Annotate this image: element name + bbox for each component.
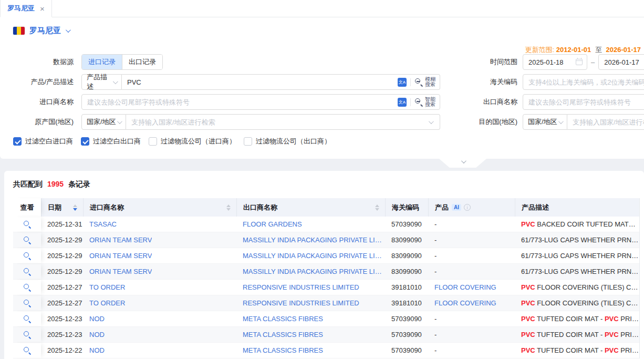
- sort-icons[interactable]: [226, 204, 231, 211]
- importer-input[interactable]: [82, 95, 398, 109]
- description-segment: TUFTED COIR MAT -: [535, 331, 605, 339]
- filter-blank-importer-checkbox[interactable]: 过滤空白进口商: [13, 137, 73, 146]
- product-input[interactable]: [122, 75, 398, 89]
- importer-link[interactable]: ORIAN TEAM SERV: [89, 252, 152, 260]
- exporter-link[interactable]: FLOOR GARDENS: [243, 220, 302, 228]
- country-selector[interactable]: 罗马尼亚: [13, 24, 69, 37]
- tab-romania[interactable]: 罗马尼亚 ×: [0, 0, 52, 17]
- filter-logistics-exporter-checkbox[interactable]: 过滤物流公司（出口商）: [244, 137, 331, 146]
- fuzzy-search-button[interactable]: 模糊 搜索: [414, 77, 435, 87]
- tab-bar: 罗马尼亚 ×: [0, 0, 644, 17]
- exporter-link[interactable]: META CLASSICS FIBRES: [243, 315, 323, 323]
- view-detail-search-icon[interactable]: [23, 331, 31, 339]
- checkbox-icon[interactable]: [244, 137, 252, 146]
- exporter-cell: MASSILLY INDIA PACKAGING PRIVATE LIMI...: [236, 232, 385, 248]
- exporter-link[interactable]: MASSILLY INDIA PACKAGING PRIVATE LIMI...: [243, 252, 385, 260]
- column-header-date[interactable]: 日期: [41, 198, 83, 217]
- table-row: 2025-12-27TO ORDERRESPONSIVE INDUSTRIES …: [13, 280, 639, 295]
- column-header-exporter[interactable]: 出口商名称: [236, 198, 385, 217]
- checkbox-icon[interactable]: [81, 137, 89, 146]
- hs-code-cell: 83099090: [385, 264, 428, 279]
- translate-icon[interactable]: 文A: [398, 78, 407, 87]
- view-detail-search-icon[interactable]: [23, 268, 31, 275]
- checkbox-icon[interactable]: [149, 137, 157, 146]
- description-segment: PRINT...: [619, 331, 640, 339]
- column-header-importer[interactable]: 进口商名称: [83, 198, 236, 217]
- export-records-option[interactable]: 出口记录: [122, 55, 162, 69]
- view-detail-search-icon[interactable]: [23, 252, 31, 260]
- result-count-number: 1995: [47, 180, 64, 188]
- end-date-field[interactable]: [598, 54, 644, 70]
- translate-icon[interactable]: 文A: [398, 98, 407, 107]
- importer-link[interactable]: TO ORDER: [89, 283, 125, 291]
- checkbox-label: 过滤空白出口商: [93, 137, 141, 146]
- table-row: 2025-12-29ORIAN TEAM SERVMASSILLY INDIA …: [13, 264, 639, 280]
- close-icon[interactable]: ×: [40, 5, 45, 13]
- origin-country-input[interactable]: [126, 115, 429, 129]
- description-cell: PVC TUFTED COIR MAT - PVC PRINT...: [515, 327, 640, 342]
- collapse-filter-handle[interactable]: [439, 159, 486, 168]
- description-segment: PRINT...: [619, 346, 640, 354]
- importer-link[interactable]: NOD: [89, 331, 105, 339]
- description-segment: TUFTED COIR MAT -: [535, 346, 605, 354]
- hs-code-cell: 83099090: [385, 232, 428, 248]
- importer-link[interactable]: TO ORDER: [89, 299, 125, 307]
- hs-code-cell: 57039090: [385, 311, 428, 326]
- product-cell: -: [428, 311, 515, 326]
- exporter-link[interactable]: META CLASSICS FIBRES: [243, 331, 323, 339]
- end-date-input[interactable]: [599, 58, 644, 66]
- origin-country-label: 原产国(地区): [0, 114, 74, 130]
- smart-search-button[interactable]: 智能 搜索: [414, 97, 435, 107]
- sort-icons[interactable]: [73, 204, 77, 211]
- view-detail-search-icon[interactable]: [23, 283, 31, 291]
- product-link[interactable]: FLOOR COVERING: [434, 283, 496, 291]
- time-range-label: 时间范围: [473, 54, 517, 70]
- view-detail-search-icon[interactable]: [23, 299, 31, 307]
- import-records-option[interactable]: 进口记录: [82, 55, 122, 69]
- origin-country-select[interactable]: 国家/地区: [81, 114, 126, 130]
- start-date-field[interactable]: [523, 54, 587, 70]
- exporter-input[interactable]: [523, 94, 644, 110]
- start-date-input[interactable]: [523, 58, 576, 66]
- exporter-link[interactable]: RESPONSIVE INDUSTRIES LIMITED: [243, 299, 359, 307]
- product-cell: -: [428, 327, 515, 342]
- dest-country-input[interactable]: [567, 115, 644, 129]
- sort-icons[interactable]: [375, 204, 379, 211]
- importer-link[interactable]: NOD: [89, 315, 105, 323]
- description-cell: 61/773-LUG CAPS WHETHER PRNTD...: [515, 264, 640, 279]
- exporter-link[interactable]: MASSILLY INDIA PACKAGING PRIVATE LIMI...: [243, 236, 385, 244]
- product-label: 产品/产品描述: [0, 74, 74, 90]
- product-link[interactable]: FLOOR COVERING: [434, 299, 496, 307]
- importer-link[interactable]: TSASAC: [89, 220, 117, 228]
- importer-link[interactable]: NOD: [89, 346, 105, 354]
- filter-blank-exporter-checkbox[interactable]: 过滤空白出口商: [81, 137, 141, 146]
- product-type-select[interactable]: 产品描述: [81, 74, 122, 90]
- dest-country-select[interactable]: 国家/地区: [523, 114, 567, 130]
- view-detail-search-icon[interactable]: [23, 315, 31, 323]
- hs-code-input[interactable]: [523, 74, 644, 90]
- description-segment: PVC: [521, 346, 535, 354]
- filter-row-product: 产品/产品描述 产品描述 文A 模糊 搜索 海关编码: [0, 74, 644, 90]
- filter-logistics-importer-checkbox[interactable]: 过滤物流公司（进口商）: [149, 137, 236, 146]
- chevron-down-icon: [66, 27, 71, 33]
- exporter-link[interactable]: META CLASSICS FIBRES: [243, 346, 323, 354]
- importer-link[interactable]: ORIAN TEAM SERV: [89, 236, 152, 244]
- date-cell: 2025-12-23: [41, 311, 83, 326]
- checkbox-icon[interactable]: [13, 137, 22, 146]
- exporter-link[interactable]: RESPONSIVE INDUSTRIES LIMITED: [243, 283, 359, 291]
- chevron-down-icon: [461, 158, 466, 163]
- zoom-out-search-icon: [414, 78, 423, 86]
- view-detail-search-icon[interactable]: [23, 346, 31, 354]
- column-label: 产品: [435, 203, 449, 212]
- exporter-link[interactable]: MASSILLY INDIA PACKAGING PRIVATE LIMI...: [243, 268, 385, 275]
- importer-link[interactable]: ORIAN TEAM SERV: [89, 268, 152, 275]
- description-segment: 61/773-LUG CAPS WHETHER PRNTD...: [521, 252, 640, 260]
- column-header-product: 产品 AI i: [428, 198, 515, 217]
- description-cell: PVC TUFTED COIR MAT - PVC PRINT...: [515, 311, 640, 326]
- view-detail-search-icon[interactable]: [23, 220, 31, 228]
- update-range: 更新范围: 2012-01-01 至 2026-01-17: [489, 45, 641, 55]
- product-cell: -: [428, 343, 515, 358]
- info-icon[interactable]: i: [464, 204, 471, 211]
- product-value: -: [434, 220, 437, 228]
- view-detail-search-icon[interactable]: [23, 236, 31, 244]
